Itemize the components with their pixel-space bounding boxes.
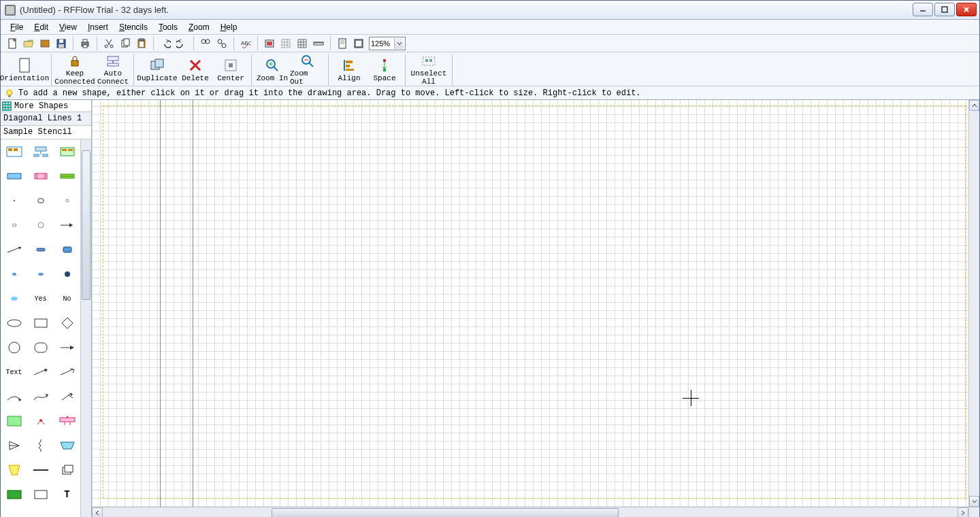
maximize-button[interactable]	[934, 3, 955, 16]
stencil-shape[interactable]	[54, 458, 80, 482]
stencil-shape[interactable]	[1, 237, 27, 262]
menu-stencils[interactable]: Stencils	[114, 21, 153, 33]
menu-edit[interactable]: Edit	[29, 21, 54, 33]
delete-button[interactable]: Delete	[178, 53, 213, 86]
keep-connected-button[interactable]: Keep Connected	[54, 53, 95, 86]
more-shapes-button[interactable]: More Shapes	[1, 100, 91, 112]
scroll-down-icon[interactable]	[969, 496, 979, 507]
stencil-shape[interactable]	[54, 384, 80, 409]
properties-icon[interactable]	[351, 36, 366, 51]
auto-connect-button[interactable]: Auto Connect	[95, 53, 131, 86]
stencil-shape[interactable]	[27, 237, 54, 262]
page-setup-icon[interactable]	[335, 36, 350, 51]
stencil-shape[interactable]	[1, 311, 27, 335]
stencil-shape[interactable]	[27, 188, 54, 213]
scroll-right-icon[interactable]	[958, 507, 968, 517]
stencil-shape[interactable]	[54, 335, 80, 360]
stencil-shape[interactable]	[54, 164, 80, 188]
stencil-shape-t[interactable]: T	[54, 482, 80, 507]
menu-zoom[interactable]: Zoom	[183, 21, 215, 33]
undo-icon[interactable]	[158, 36, 173, 51]
menu-file[interactable]: File	[5, 21, 29, 33]
stencil-shape[interactable]	[27, 335, 54, 360]
zoom-out-button[interactable]: Zoom Out	[290, 53, 325, 86]
duplicate-button[interactable]: Duplicate	[137, 53, 178, 86]
stencil-shape[interactable]	[54, 360, 80, 384]
scrollbar-thumb[interactable]	[272, 508, 619, 517]
stencil-shape[interactable]	[27, 164, 54, 188]
stencil-shape[interactable]	[27, 311, 54, 335]
menu-help[interactable]: Help	[215, 21, 243, 33]
stencil-shape[interactable]	[27, 262, 54, 286]
stencil-shape[interactable]	[54, 433, 80, 458]
chevron-down-icon[interactable]	[394, 38, 404, 49]
stencil-shape[interactable]	[1, 384, 27, 409]
zoom-in-button[interactable]: Zoom In	[255, 53, 290, 86]
scrollbar-thumb[interactable]	[82, 150, 91, 300]
stencil-shape[interactable]	[27, 139, 54, 164]
copy-icon[interactable]	[118, 36, 133, 51]
close-file-icon[interactable]	[37, 36, 52, 51]
orientation-button[interactable]: Orientation	[1, 53, 48, 86]
replace-icon[interactable]	[214, 36, 229, 51]
stencil-shape-text[interactable]: Text	[1, 360, 27, 384]
stencil-shape[interactable]	[1, 458, 27, 482]
stencil-shape[interactable]	[1, 286, 27, 311]
stencil-shape-no[interactable]: No	[54, 286, 80, 311]
stencil-shape[interactable]	[27, 458, 54, 482]
stencil-shape[interactable]	[1, 433, 27, 458]
paste-icon[interactable]	[134, 36, 149, 51]
stencil-shape-yes[interactable]: Yes	[27, 286, 54, 311]
stencil-shape[interactable]	[27, 384, 54, 409]
menu-view[interactable]: View	[54, 21, 82, 33]
open-file-icon[interactable]	[21, 36, 36, 51]
stencil-shape[interactable]	[54, 213, 80, 237]
stencil-shape[interactable]	[54, 409, 80, 433]
minimize-button[interactable]	[913, 3, 933, 16]
stencil-shape[interactable]	[54, 262, 80, 286]
redo-icon[interactable]	[174, 36, 189, 51]
stencil-shape[interactable]	[1, 139, 27, 164]
ruler-icon[interactable]	[311, 36, 326, 51]
stencil-tab-sample[interactable]: Sample Stencil	[1, 126, 91, 139]
new-file-icon[interactable]	[5, 36, 20, 51]
stencil-shape[interactable]	[1, 213, 27, 237]
print-icon[interactable]	[78, 36, 93, 51]
snap-grid-icon[interactable]	[278, 36, 293, 51]
cut-icon[interactable]	[101, 36, 116, 51]
spellcheck-icon[interactable]: ABC	[238, 36, 253, 51]
unselect-all-button[interactable]: Unselect All	[408, 53, 449, 86]
stencil-shape[interactable]	[54, 139, 80, 164]
stencil-shape[interactable]	[27, 482, 54, 507]
stencil-shape[interactable]	[54, 311, 80, 335]
stencil-shape[interactable]	[1, 335, 27, 360]
stencil-scrollbar[interactable]	[80, 139, 91, 517]
stencil-shape[interactable]	[27, 360, 54, 384]
scroll-left-icon[interactable]	[92, 507, 103, 517]
stencil-tab-diagonal[interactable]: Diagonal Lines 1	[1, 112, 91, 126]
stencil-shape[interactable]	[27, 213, 54, 237]
stencil-shape[interactable]	[54, 237, 80, 262]
fit-window-icon[interactable]	[262, 36, 277, 51]
space-button[interactable]: Space	[367, 53, 402, 86]
stencil-shape[interactable]	[27, 433, 54, 458]
show-grid-icon[interactable]	[295, 36, 310, 51]
horizontal-scrollbar[interactable]	[92, 507, 968, 517]
stencil-shape[interactable]	[1, 262, 27, 286]
stencil-shape[interactable]	[1, 188, 27, 213]
center-button[interactable]: Center	[213, 53, 248, 86]
vertical-scrollbar[interactable]	[968, 100, 979, 507]
find-icon[interactable]	[198, 36, 213, 51]
stencil-shape[interactable]	[1, 164, 27, 188]
stencil-shape[interactable]	[1, 482, 27, 507]
scroll-up-icon[interactable]	[969, 100, 979, 111]
save-file-icon[interactable]	[54, 36, 69, 51]
stencil-shape[interactable]	[54, 188, 80, 213]
zoom-combo[interactable]: 125%	[369, 37, 406, 50]
align-button[interactable]: Align	[331, 53, 367, 86]
stencil-shape[interactable]	[1, 409, 27, 433]
menu-insert[interactable]: Insert	[82, 21, 114, 33]
close-button[interactable]	[956, 3, 977, 16]
menu-tools[interactable]: Tools	[153, 21, 183, 33]
stencil-shape[interactable]	[27, 409, 54, 433]
